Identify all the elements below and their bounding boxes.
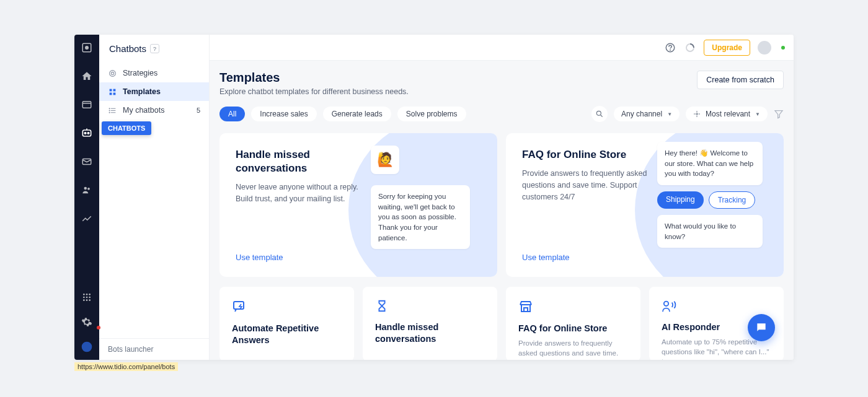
svg-point-12	[83, 297, 85, 299]
content: Templates Explore chatbot templates for …	[210, 61, 794, 360]
template-card-automate[interactable]: Automate Repetitive Answers	[219, 287, 354, 360]
hero-card-faq[interactable]: FAQ for Online Store Provide answers to …	[506, 133, 784, 277]
svg-rect-24	[113, 92, 115, 95]
sidebar-title: Chatbots	[109, 43, 146, 54]
svg-rect-2	[82, 102, 91, 108]
sample-message: Sorry for keeping you waiting, we'll get…	[371, 185, 470, 249]
apps-icon[interactable]	[80, 290, 94, 304]
chevron-down-icon: ▼	[755, 111, 760, 117]
svg-rect-22	[113, 89, 115, 91]
icon-rail: CHATBOTS	[74, 35, 99, 360]
filter-pill-problems[interactable]: Solve problems	[397, 107, 466, 121]
mail-icon[interactable]	[80, 155, 94, 168]
sidebar-item-templates[interactable]: Templates	[99, 82, 209, 101]
store-icon	[518, 299, 628, 314]
help-icon[interactable]	[664, 41, 676, 54]
channel-dropdown[interactable]: Any channel▼	[614, 107, 680, 121]
svg-point-16	[86, 299, 88, 301]
main-column: Upgrade Templates Explore chatbot templa…	[210, 35, 794, 360]
chip-tracking[interactable]: Tracking	[709, 191, 756, 209]
filter-pill-all[interactable]: All	[219, 107, 245, 121]
sidebar-item-label: My chatbots	[123, 106, 164, 115]
hourglass-icon	[375, 299, 485, 313]
svg-point-11	[89, 294, 91, 295]
svg-point-36	[696, 113, 698, 115]
filter-icon[interactable]	[774, 109, 784, 119]
avatar[interactable]	[758, 41, 771, 55]
svg-point-14	[89, 297, 91, 299]
svg-line-35	[601, 115, 603, 117]
logo-icon[interactable]	[80, 41, 94, 55]
chat-bolt-icon	[232, 299, 342, 314]
analytics-icon[interactable]	[80, 212, 94, 225]
template-card-missed[interactable]: Handle missed conversations	[363, 287, 497, 360]
sample-prompt: What would you like to know?	[657, 215, 763, 248]
notification-dot	[97, 326, 100, 329]
progress-icon[interactable]	[684, 41, 696, 54]
svg-marker-41	[775, 111, 782, 118]
svg-point-28	[109, 108, 110, 108]
bots-launcher[interactable]: Bots launcher	[99, 338, 209, 360]
svg-rect-42	[234, 302, 244, 309]
filters: All Increase sales Generate leads Solve …	[219, 106, 784, 122]
create-from-scratch-button[interactable]: Create from scratch	[697, 71, 784, 89]
ai-voice-icon	[662, 299, 771, 313]
inbox-icon[interactable]	[80, 98, 94, 111]
svg-point-43	[664, 302, 668, 306]
svg-rect-3	[82, 130, 91, 136]
search-button[interactable]	[591, 106, 608, 122]
use-template-link[interactable]: Use template	[236, 253, 283, 262]
svg-point-13	[86, 297, 88, 299]
upgrade-button[interactable]: Upgrade	[704, 40, 750, 56]
chatbots-tooltip: CHATBOTS	[102, 121, 151, 135]
svg-point-29	[109, 110, 110, 110]
sample-greeting: Hey there! 👋 Welcome to our store. What …	[657, 142, 763, 185]
hero-title: FAQ for Online Store	[522, 148, 657, 162]
hero-desc: Provide answers to frequently asked ques…	[522, 168, 657, 203]
svg-point-5	[87, 133, 89, 134]
svg-point-20	[111, 72, 113, 74]
emoji-icon: 🙋	[371, 146, 399, 174]
sort-dropdown[interactable]: Most relevant▼	[686, 107, 768, 121]
chat-fab[interactable]	[748, 314, 775, 341]
strategy-icon	[108, 69, 117, 77]
chatbot-icon[interactable]	[80, 126, 94, 140]
chip-shipping[interactable]: Shipping	[657, 191, 704, 209]
secondary-sidebar: Chatbots ? Strategies Templates My chatb…	[99, 35, 210, 360]
template-card-faq[interactable]: FAQ for Online Store Provide answers to …	[506, 287, 640, 360]
filter-pill-leads[interactable]: Generate leads	[323, 107, 391, 121]
svg-point-32	[670, 50, 671, 50]
card-desc: Automate up to 75% repetitive questions …	[662, 337, 771, 360]
sidebar-count: 5	[197, 107, 200, 114]
chevron-down-icon: ▼	[667, 111, 672, 117]
use-template-link[interactable]: Use template	[522, 253, 570, 262]
svg-point-1	[86, 46, 89, 50]
card-desc: Provide answers to frequently asked ques…	[518, 338, 628, 360]
sidebar-item-label: Strategies	[123, 69, 157, 77]
hero-card-missed[interactable]: Handle missed conversations Never leave …	[219, 133, 497, 277]
help-badge[interactable]: ?	[150, 44, 159, 53]
sidebar-item-label: Templates	[123, 87, 161, 96]
svg-point-19	[109, 70, 115, 76]
page-title: Templates	[219, 71, 409, 85]
card-title: FAQ for Online Store	[518, 323, 628, 334]
sidebar-item-mychatbots[interactable]: My chatbots 5	[99, 101, 209, 120]
card-title: Automate Repetitive Answers	[232, 323, 342, 346]
contacts-icon[interactable]	[80, 183, 94, 197]
hero-title: Handle missed conversations	[236, 148, 371, 175]
svg-point-17	[89, 299, 91, 301]
url-hint: https://www.tidio.com/panel/bots	[74, 362, 178, 371]
profile-icon[interactable]	[80, 340, 94, 354]
home-icon[interactable]	[80, 69, 94, 83]
svg-point-30	[109, 112, 110, 113]
filter-pill-sales[interactable]: Increase sales	[251, 107, 316, 121]
settings-icon[interactable]	[80, 315, 94, 329]
hero-desc: Never leave anyone without a reply. Buil…	[236, 181, 371, 205]
svg-rect-21	[109, 89, 112, 91]
page-subtitle: Explore chatbot templates for different …	[219, 87, 409, 96]
sparkle-icon	[693, 110, 701, 118]
svg-point-34	[596, 111, 601, 115]
sidebar-item-strategies[interactable]: Strategies	[99, 64, 209, 82]
svg-point-8	[87, 188, 90, 190]
list-icon	[108, 106, 117, 115]
